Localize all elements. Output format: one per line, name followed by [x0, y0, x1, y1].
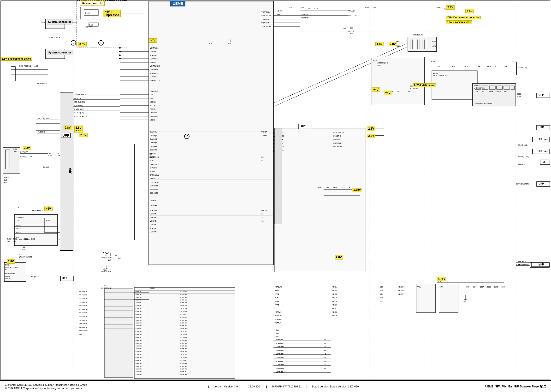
svg-text:GNDTH23: GNDTH23: [136, 354, 143, 355]
svg-text:F8: F8: [79, 316, 81, 317]
svg-text:C220: C220: [114, 254, 118, 256]
v18-center-right-label: 1.8V: [375, 42, 384, 46]
svg-text:GNDTH9: GNDTH9: [81, 319, 87, 321]
svg-text:VPLASH: VPLASH: [348, 10, 355, 12]
svg-text:IPA1: IPA1: [276, 329, 279, 331]
svg-text:MICIN2: MICIN2: [150, 101, 156, 103]
svg-text:1uH: 1uH: [477, 66, 480, 67]
v18-zocus-lower-label: 1.8V: [7, 259, 15, 264]
svg-text:PAO1P: PAO1P: [150, 105, 155, 106]
svg-text:DSP/MCU/ETSTU: DSP/MCU/ETSTU: [516, 183, 529, 185]
svg-text:GNDTH2: GNDTH2: [81, 294, 87, 296]
svg-text:UPP: UPP: [68, 168, 72, 175]
svg-text:I2C_BUS(2:0): I2C_BUS(2:0): [74, 101, 85, 103]
svg-text:HFR: HFR: [150, 94, 153, 96]
svg-text:VU1: VU1: [417, 286, 421, 288]
svg-text:L15: L15: [380, 297, 383, 299]
svg-text:GNDTH18: GNDTH18: [136, 340, 143, 341]
svg-text:GNDTH3: GNDTH3: [136, 296, 142, 298]
svg-text:GNDTH3: GNDTH3: [81, 298, 87, 299]
svg-text:GNDTH30: GNDTH30: [180, 340, 187, 341]
svg-text:CBio4io: CBio4io: [16, 224, 22, 226]
svg-text:CBio4in: CBio4in: [16, 228, 21, 230]
svg-point-553: [119, 47, 121, 49]
svg-text:164nF: 164nF: [317, 187, 321, 188]
svg-text:A10: A10: [149, 156, 152, 158]
svg-text:RFCONV(S): RFCONV(S): [518, 144, 528, 146]
svg-rect-377: [439, 284, 458, 313]
svg-text:VBATBB2: VBATBB2: [150, 54, 157, 56]
v4-zocus-label: ~4V: [44, 207, 52, 211]
svg-text:GociBQ1: GociBQ1: [150, 131, 157, 133]
svg-text:GBio5in: GBio5in: [5, 280, 10, 282]
svg-text:RRMCLK: RRMCLK: [334, 139, 341, 140]
svg-text:F3: F3: [79, 298, 81, 299]
svg-text:AURX: AURX: [150, 160, 155, 161]
footer-version: Version: Version: 3.0: [213, 385, 238, 388]
svg-text:RF part: RF part: [538, 138, 548, 141]
svg-text:I_FBUS(1:0): I_FBUS(1:0): [74, 112, 84, 114]
svg-text:GociBQ4: GociBQ4: [150, 142, 157, 144]
svg-text:S420: S420: [85, 12, 90, 14]
svg-text:GNDTH6: GNDTH6: [81, 309, 87, 310]
svg-text:RE16: RE16: [487, 66, 491, 67]
v475-label: 4.75V: [437, 277, 446, 281]
svg-text:B12: B12: [261, 156, 265, 158]
svg-text:R098: R098: [19, 65, 23, 67]
svg-text:GNDTH1: GNDTH1: [136, 291, 142, 292]
svg-text:N310: N310: [474, 84, 478, 86]
svg-text:MBUS(CONN): MBUS(CONN): [518, 156, 529, 158]
svg-text:VBA1VM1: VBA1VM1: [150, 210, 158, 211]
v4-center-label: ~4V: [384, 91, 392, 95]
svg-text:10nF: 10nF: [517, 96, 521, 97]
svg-point-556: [119, 58, 121, 59]
svg-text:VRA2: VRA2: [275, 293, 279, 295]
svg-text:LM33STLK N0FR: LM33STLK N0FR: [19, 256, 32, 258]
svg-text:C200: C200: [501, 286, 505, 288]
svg-text:SIMCLK0: SIMCLK0: [150, 167, 157, 169]
svg-text:GNDTH24: GNDTH24: [136, 357, 143, 358]
svg-text:MICIN: MICIN: [150, 119, 155, 121]
svg-text:RRCKTXD: RRCKTXD: [334, 142, 341, 144]
svg-text:VRE2F2: VRE2F2: [398, 290, 405, 291]
svg-text:GNDTH27: GNDTH27: [180, 331, 187, 332]
svg-text:RST: RST: [482, 91, 486, 92]
svg-text:L222: L222: [103, 285, 107, 287]
svg-text:R150: R150: [7, 238, 11, 240]
svg-text:VBA1VR6: VBA1VR6: [150, 227, 158, 229]
footer-model: 6670 RH-67/ 7610 RH-51: [272, 385, 302, 388]
footer-copyright: © 2004 NOKIA Corporation Only for traini…: [5, 387, 87, 390]
svg-text:VBAT1: VBAT1: [277, 10, 282, 12]
svg-text:GNDTH17: GNDTH17: [136, 337, 143, 338]
footer-bar: Customer Care EMEA / Service & Support R…: [0, 380, 551, 392]
svg-text:C138: C138: [56, 36, 60, 38]
svg-text:K131: K131: [13, 148, 17, 150]
svg-text:GNDTH27: GNDTH27: [136, 365, 143, 367]
svg-text:GNDTH29: GNDTH29: [180, 337, 187, 338]
svg-text:L14: L14: [380, 293, 383, 295]
svg-text:10k/50V: 10k/50V: [85, 26, 92, 28]
svg-text:R099 2k2: R099 2k2: [24, 65, 31, 67]
svg-text:HEADOUT: HEADOUT: [150, 90, 158, 92]
v05-label: 0.5V: [78, 42, 87, 47]
svg-text:VRE3: VRE3: [332, 293, 337, 295]
svg-text:ENABLE RENE: ENABLE RENE: [5, 273, 15, 275]
svg-text:GNDVR1: GNDVR1: [261, 210, 268, 211]
svg-text:UPP: UPP: [538, 126, 544, 129]
svg-text:C296: C296: [472, 286, 477, 288]
svg-text:UPP: UPP: [301, 125, 307, 127]
svg-text:GNDTH20: GNDTH20: [180, 311, 187, 312]
v4-right-top-label: ~4V: [372, 87, 380, 92]
svg-text:RF part: RF part: [538, 150, 548, 153]
svg-text:GBio4in: GBio4in: [5, 276, 10, 277]
svg-text:VGRM(S): VGRM(S): [518, 163, 525, 165]
svg-point-473: [273, 150, 274, 152]
svg-text:C299: C299: [494, 286, 498, 288]
footer-separator-1: |: [208, 385, 209, 388]
svg-text:GNDTH36: GNDTH36: [180, 357, 187, 358]
svg-text:GNDTH20: GNDTH20: [136, 345, 143, 347]
svg-text:N1: N1: [19, 259, 21, 260]
svg-text:Driver: Driver: [377, 64, 381, 66]
svg-text:VDAMCUI4: VDAMCUI4: [261, 22, 270, 24]
svg-rect-375: [416, 284, 435, 313]
